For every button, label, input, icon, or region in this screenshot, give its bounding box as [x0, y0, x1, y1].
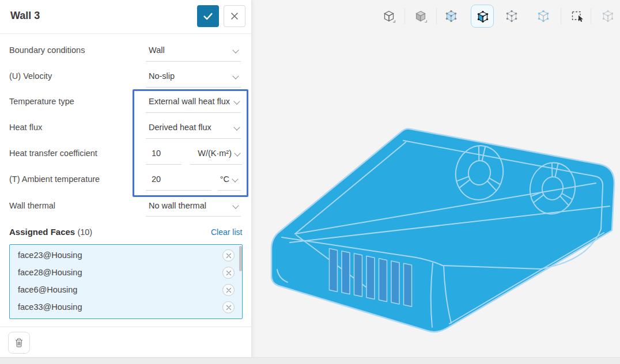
field-label-heat-transfer-coefficient: Heat transfer coefficient	[9, 149, 97, 158]
3d-model-housing[interactable]	[252, 0, 620, 364]
heat-transfer-coefficient-unit-select[interactable]: W/(K·m²)	[173, 149, 232, 158]
shaded-view-button[interactable]	[409, 5, 432, 28]
simulation-app: Wall 3 Boundary conditions Wall (U) Velo…	[0, 0, 620, 364]
remove-face-button[interactable]	[222, 284, 235, 296]
ambient-temperature-unit-select[interactable]: °C	[206, 175, 229, 184]
boundary-condition-panel: Wall 3 Boundary conditions Wall (U) Velo…	[0, 0, 252, 364]
chevron-down-icon	[232, 176, 238, 182]
toolbar-separator	[404, 8, 405, 24]
select-assembly-icon	[601, 9, 615, 23]
field-underline	[218, 190, 241, 191]
view-cube-button[interactable]	[377, 5, 400, 28]
field-label-wall-thermal: Wall thermal	[9, 201, 55, 210]
remove-face-button[interactable]	[222, 301, 235, 313]
divider	[0, 33, 252, 34]
chevron-down-icon	[233, 124, 240, 130]
assigned-faces-label: Assigned Faces	[9, 227, 75, 237]
list-item: face28@Housing	[18, 268, 82, 279]
select-face-icon	[476, 10, 490, 24]
circle-x-icon	[226, 253, 232, 259]
select-edge-button[interactable]	[500, 5, 523, 28]
field-underline	[146, 138, 241, 139]
list-scrollbar[interactable]	[239, 246, 242, 271]
circle-x-icon	[226, 287, 232, 293]
heat-flux-select[interactable]: Derived heat flux	[149, 123, 211, 132]
field-underline	[190, 164, 242, 165]
apply-button[interactable]	[197, 5, 219, 27]
divider	[0, 327, 252, 327]
heat-transfer-coefficient-input[interactable]: 10	[152, 149, 161, 158]
select-face-button[interactable]	[471, 5, 494, 28]
select-assembly-button[interactable]	[596, 5, 619, 28]
cancel-button[interactable]	[224, 5, 245, 27]
chevron-down-icon	[234, 150, 240, 156]
select-edge-icon	[505, 9, 519, 23]
select-vertex-button[interactable]	[532, 5, 555, 28]
list-item: face23@Housing	[18, 251, 82, 262]
close-icon	[230, 12, 239, 21]
chevron-down-icon	[232, 202, 239, 208]
toolbar-separator	[591, 8, 591, 24]
select-volume-button[interactable]	[440, 5, 463, 28]
assigned-faces-count: (10)	[77, 227, 92, 237]
toolbar-separator	[436, 8, 437, 24]
field-underline	[146, 112, 241, 113]
assigned-faces-title: Assigned Faces (10)	[9, 227, 92, 237]
field-label-heat-flux: Heat flux	[9, 123, 42, 132]
field-underline	[146, 216, 241, 217]
toolbar-separator	[561, 8, 561, 24]
wall-thermal-select[interactable]: No wall thermal	[149, 201, 206, 210]
view-cube-icon	[382, 9, 396, 23]
clear-list-link[interactable]: Clear list	[211, 227, 242, 237]
select-volume-icon	[444, 9, 458, 23]
ambient-temperature-input[interactable]: 20	[152, 175, 161, 184]
circle-x-icon	[226, 270, 232, 276]
temperature-type-select[interactable]: External wall heat flux	[149, 97, 233, 106]
remove-face-button[interactable]	[222, 267, 235, 279]
field-label-temperature-type: Temperature type	[9, 97, 74, 106]
list-item: face33@Housing	[18, 302, 82, 314]
field-label-velocity: (U) Velocity	[9, 71, 52, 81]
shaded-cube-icon	[414, 9, 428, 23]
field-underline	[146, 87, 241, 88]
list-item: face6@Housing	[18, 285, 77, 297]
field-underline	[146, 61, 241, 62]
check-icon	[202, 10, 214, 22]
3d-viewport[interactable]	[252, 0, 620, 364]
select-vertex-icon	[536, 9, 550, 23]
bottom-strip	[0, 357, 620, 364]
field-label-boundary-conditions: Boundary conditions	[9, 46, 85, 55]
field-underline	[146, 190, 211, 191]
boundary-conditions-select[interactable]: Wall	[149, 46, 165, 55]
field-label-ambient-temperature: (T) Ambient temperature	[9, 175, 100, 184]
housing-body[interactable]	[271, 129, 614, 332]
box-select-button[interactable]	[566, 5, 589, 28]
chevron-down-icon	[232, 73, 239, 79]
delete-button[interactable]	[8, 332, 30, 354]
chevron-down-icon	[233, 98, 240, 104]
assigned-faces-list: face23@Housing face28@Housing face6@Hous…	[9, 244, 243, 319]
box-select-icon	[570, 9, 584, 23]
circle-x-icon	[226, 305, 232, 310]
chevron-down-icon	[232, 47, 239, 53]
page-title: Wall 3	[10, 10, 40, 22]
remove-face-button[interactable]	[222, 249, 235, 261]
velocity-select[interactable]: No-slip	[149, 71, 175, 81]
trash-icon	[14, 338, 24, 348]
field-underline	[146, 164, 182, 165]
